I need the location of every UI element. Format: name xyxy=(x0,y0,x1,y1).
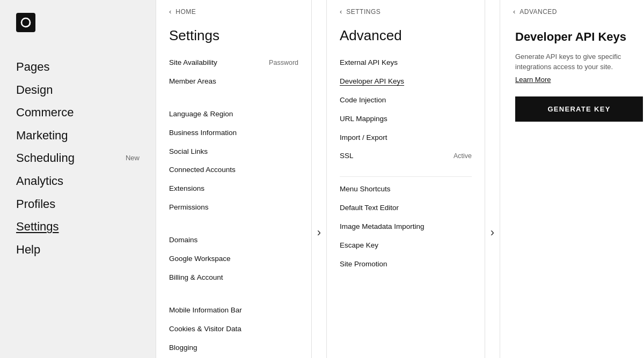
advanced-section-1: External API Keys Developer API Keys Cod… xyxy=(327,54,485,173)
menu-item-google-workspace[interactable]: Google Workspace xyxy=(169,250,298,268)
nav-item-analytics[interactable]: Analytics xyxy=(16,170,140,193)
menu-item-menu-shortcuts[interactable]: Menu Shortcuts xyxy=(340,180,472,199)
nav-item-design[interactable]: Design xyxy=(16,79,140,102)
menu-item-site-availability[interactable]: Site Availability Password xyxy=(169,54,298,72)
menu-item-code-injection[interactable]: Code Injection xyxy=(340,91,472,110)
divider-advanced-1 xyxy=(340,176,472,177)
menu-item-permissions[interactable]: Permissions xyxy=(169,198,298,217)
nav-item-profiles[interactable]: Profiles xyxy=(16,193,140,216)
menu-item-default-editor[interactable]: Default Text Editor xyxy=(340,199,472,218)
advanced-breadcrumb-bar: ‹ SETTINGS xyxy=(327,0,485,21)
settings-section-4: Mobile Information Bar Cookies & Visitor… xyxy=(156,301,311,358)
detail-title: Developer API Keys xyxy=(515,29,643,45)
chevron-settings-advanced: › xyxy=(311,0,326,358)
back-arrow-icon-3: ‹ xyxy=(513,8,515,16)
detail-panel: ‹ ADVANCED Developer API Keys Generate A… xyxy=(500,0,644,358)
menu-item-business-info[interactable]: Business Information xyxy=(169,124,298,143)
menu-item-domains[interactable]: Domains xyxy=(169,231,298,250)
back-arrow-icon-2: ‹ xyxy=(340,8,342,16)
menu-item-site-promotion[interactable]: Site Promotion xyxy=(340,255,472,274)
menu-item-member-areas[interactable]: Member Areas xyxy=(169,72,298,91)
detail-breadcrumb-bar: ‹ ADVANCED xyxy=(500,0,644,21)
menu-item-url-mappings[interactable]: URL Mappings xyxy=(340,110,472,129)
advanced-title: Advanced xyxy=(327,21,485,54)
menu-item-image-metadata[interactable]: Image Metadata Importing xyxy=(340,218,472,236)
learn-more-link[interactable]: Learn More xyxy=(515,76,551,84)
settings-breadcrumb: HOME xyxy=(175,8,196,16)
chevron-right-icon: › xyxy=(317,226,321,240)
advanced-section-2: Menu Shortcuts Default Text Editor Image… xyxy=(327,180,485,281)
detail-description: Generate API keys to give specific integ… xyxy=(515,51,643,72)
logo xyxy=(16,13,140,34)
menu-item-developer-api[interactable]: Developer API Keys xyxy=(340,72,472,91)
menu-item-ssl[interactable]: SSL Active xyxy=(340,147,472,166)
nav-item-marketing[interactable]: Marketing xyxy=(16,124,140,147)
svg-rect-0 xyxy=(16,13,35,32)
menu-item-connected-accounts[interactable]: Connected Accounts xyxy=(169,161,298,180)
scheduling-badge: New xyxy=(126,154,140,163)
menu-item-cookies[interactable]: Cookies & Visitor Data xyxy=(169,320,298,339)
settings-title: Settings xyxy=(156,21,311,54)
menu-item-blogging[interactable]: Blogging xyxy=(169,339,298,357)
settings-section-3: Domains Google Workspace Billing & Accou… xyxy=(156,231,311,295)
advanced-breadcrumb: SETTINGS xyxy=(346,8,380,16)
detail-breadcrumb: ADVANCED xyxy=(519,8,557,16)
settings-panel: ‹ HOME Settings Site Availability Passwo… xyxy=(156,0,311,358)
menu-item-escape-key[interactable]: Escape Key xyxy=(340,236,472,255)
chevron-right-icon-2: › xyxy=(491,226,494,240)
main-nav: Pages Design Commerce Marketing Scheduli… xyxy=(16,56,140,261)
chevron-advanced-detail: › xyxy=(485,0,500,358)
squarespace-logo-icon xyxy=(16,13,35,32)
nav-item-help[interactable]: Help xyxy=(16,238,140,262)
generate-key-button[interactable]: GENERATE KEY xyxy=(515,96,643,122)
nav-item-settings[interactable]: Settings xyxy=(16,215,140,238)
menu-item-extensions[interactable]: Extensions xyxy=(169,180,298,198)
menu-item-external-api[interactable]: External API Keys xyxy=(340,54,472,72)
back-arrow-icon: ‹ xyxy=(169,8,171,16)
nav-item-pages[interactable]: Pages xyxy=(16,56,140,79)
menu-item-social-links[interactable]: Social Links xyxy=(169,143,298,161)
sidebar: Pages Design Commerce Marketing Scheduli… xyxy=(0,0,156,358)
menu-item-import-export[interactable]: Import / Export xyxy=(340,129,472,147)
nav-item-scheduling[interactable]: Scheduling New xyxy=(16,147,140,170)
menu-item-mobile-bar[interactable]: Mobile Information Bar xyxy=(169,301,298,320)
settings-section-1: Site Availability Password Member Areas xyxy=(156,54,311,99)
settings-breadcrumb-bar: ‹ HOME xyxy=(156,0,311,21)
detail-content: Developer API Keys Generate API keys to … xyxy=(500,21,644,135)
menu-item-language[interactable]: Language & Region xyxy=(169,105,298,124)
settings-section-2: Language & Region Business Information S… xyxy=(156,105,311,225)
advanced-panel: ‹ SETTINGS Advanced External API Keys De… xyxy=(326,0,485,358)
nav-item-commerce[interactable]: Commerce xyxy=(16,101,140,124)
menu-item-billing[interactable]: Billing & Account xyxy=(169,268,298,287)
